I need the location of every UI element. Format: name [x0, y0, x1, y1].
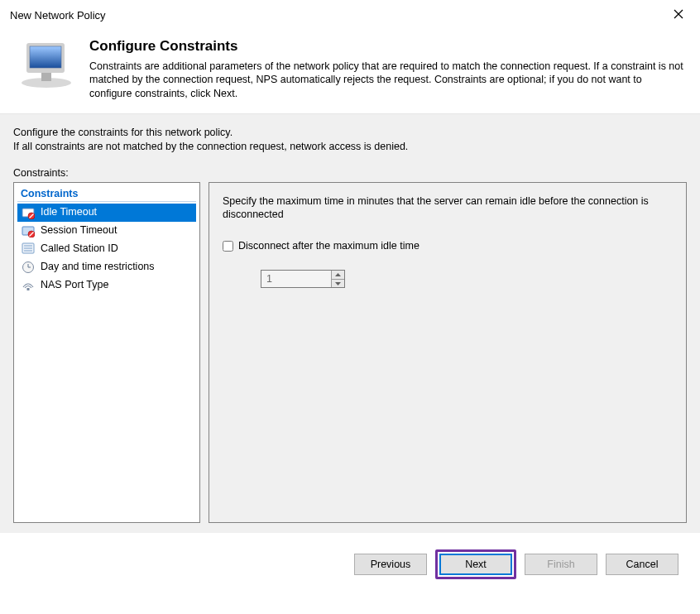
previous-button[interactable]: Previous: [354, 554, 427, 575]
tree-item-label: Session Timeout: [41, 224, 193, 237]
spinner-down-button[interactable]: [332, 280, 344, 288]
idle-timeout-icon: [21, 206, 36, 219]
tree-item-day-time-restrictions[interactable]: Day and time restrictions: [17, 258, 196, 276]
disconnect-checkbox-row: Disconnect after the maximum idle time: [223, 240, 673, 252]
tree-item-label: Day and time restrictions: [41, 261, 193, 274]
idle-minutes-spinner-wrap: [261, 270, 673, 288]
disconnect-checkbox[interactable]: [223, 241, 233, 252]
svg-rect-20: [27, 288, 30, 290]
footer-buttons: Previous Next Finish Cancel: [0, 533, 700, 579]
body-intro: Configure the constraints for this netwo…: [13, 126, 687, 154]
constraints-label: Constraints:: [13, 167, 687, 179]
intro-line-2: If all constraints are not matched by th…: [13, 141, 408, 152]
next-button-highlight: Next: [435, 549, 516, 579]
spinner-buttons: [331, 271, 344, 287]
header-text: Configure Constraints Constraints are ad…: [78, 38, 685, 100]
tree-item-label: Idle Timeout: [41, 206, 193, 219]
tree-item-nas-port-type[interactable]: NAS Port Type: [17, 276, 196, 295]
called-station-icon: [21, 242, 36, 256]
constraints-tree: Constraints Idle Timeout: [13, 182, 200, 523]
wizard-monitor-icon: [15, 38, 78, 91]
nas-port-icon: [21, 279, 36, 292]
detail-panel: Specify the maximum time in minutes that…: [209, 182, 687, 523]
chevron-up-icon: [335, 273, 341, 276]
svg-rect-3: [41, 73, 51, 81]
tree-item-label: NAS Port Type: [41, 279, 193, 292]
close-button[interactable]: [667, 9, 690, 22]
idle-minutes-spinner: [261, 270, 345, 288]
idle-minutes-input[interactable]: [261, 271, 331, 287]
day-time-icon: [21, 261, 36, 274]
titlebar: New Network Policy: [0, 0, 700, 28]
session-timeout-icon: [21, 224, 36, 237]
chevron-down-icon: [335, 282, 341, 285]
intro-line-1: Configure the constraints for this netwo…: [13, 127, 233, 138]
panels: Constraints Idle Timeout: [13, 182, 687, 523]
svg-rect-5: [30, 46, 61, 68]
window-title: New Network Policy: [10, 9, 106, 22]
header-region: Configure Constraints Constraints are ad…: [0, 28, 700, 113]
tree-item-called-station-id[interactable]: Called Station ID: [17, 240, 196, 258]
page-title: Configure Constraints: [89, 38, 685, 55]
tree-item-label: Called Station ID: [41, 242, 193, 256]
next-button[interactable]: Next: [439, 554, 512, 575]
tree-item-session-timeout[interactable]: Session Timeout: [17, 222, 196, 240]
disconnect-checkbox-label[interactable]: Disconnect after the maximum idle time: [238, 240, 420, 252]
close-icon: [674, 9, 683, 19]
page-description: Constraints are additional parameters of…: [89, 60, 685, 100]
tree-item-idle-timeout[interactable]: Idle Timeout: [17, 204, 196, 222]
tree-header: Constraints: [17, 185, 196, 202]
spinner-up-button[interactable]: [332, 271, 344, 280]
svg-marker-22: [335, 282, 341, 285]
svg-marker-21: [335, 273, 341, 276]
detail-description: Specify the maximum time in minutes that…: [223, 194, 673, 223]
body-region: Configure the constraints for this netwo…: [0, 113, 700, 533]
cancel-button[interactable]: Cancel: [606, 554, 678, 575]
finish-button: Finish: [525, 554, 597, 575]
